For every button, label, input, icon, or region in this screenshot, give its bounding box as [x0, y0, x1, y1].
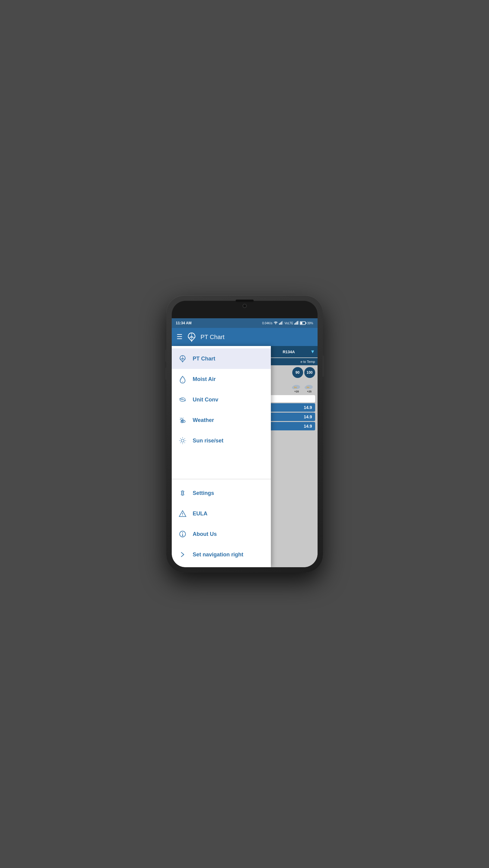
weather-box-1: 54 +20: [291, 381, 302, 393]
svg-point-25: [183, 377, 184, 378]
chevron-right-icon: [178, 550, 187, 559]
temp-buttons-row: 90 100: [265, 365, 317, 380]
refrigerant-name: R134A: [283, 350, 295, 354]
signal-icon: [279, 321, 283, 325]
value-2: 14.9: [267, 412, 315, 421]
svg-text:kg: kg: [181, 398, 182, 399]
battery-percent: 39%: [307, 321, 313, 325]
wifi-icon: [273, 321, 278, 325]
refrigerant-header[interactable]: R134A ▼: [265, 346, 317, 358]
battery-icon: 39%: [300, 321, 313, 325]
svg-point-52: [182, 532, 183, 533]
network-speed: 0.04K/s: [262, 321, 272, 325]
value-3: 14.9: [267, 422, 315, 430]
svg-rect-4: [294, 323, 295, 324]
speaker: [236, 300, 254, 302]
svg-point-18: [310, 382, 314, 385]
input-field[interactable]: [267, 395, 315, 402]
volume-down-button[interactable]: [165, 368, 167, 380]
app-logo: [186, 332, 197, 342]
weather-label-2: +25: [307, 390, 312, 393]
chart-icon: [178, 354, 187, 364]
warning-icon: [178, 509, 187, 518]
svg-point-38: [181, 439, 184, 442]
main-content: R134A ▼ e to Temp 90 100: [172, 346, 318, 567]
hamburger-menu-button[interactable]: ☰: [176, 333, 183, 341]
svg-text:54: 54: [294, 386, 296, 389]
phone-screen: 11:34 AM 0.04K/s: [172, 301, 318, 567]
background-content: R134A ▼ e to Temp 90 100: [265, 346, 317, 567]
drawer-item-sun-rise[interactable]: Sun rise/set: [172, 430, 271, 451]
units-icon: kg km lb: [178, 395, 187, 404]
status-time: 11:34 AM: [176, 321, 192, 325]
phone-device: 11:34 AM 0.04K/s: [166, 296, 323, 572]
svg-rect-5: [296, 322, 296, 324]
row-header: e to Temp: [265, 358, 317, 365]
svg-rect-9: [300, 322, 302, 324]
svg-rect-10: [305, 322, 306, 324]
pt-chart-label: PT Chart: [193, 355, 216, 362]
carrier-name: VoLTE: [285, 321, 293, 325]
status-indicators: 0.04K/s: [262, 321, 313, 325]
weather-label: Weather: [193, 417, 214, 424]
app-title: PT Chart: [201, 334, 225, 341]
weather-label-1: +20: [294, 390, 299, 393]
cloud-sun-icon-1: 54: [291, 381, 302, 390]
sun-icon: [178, 436, 187, 445]
power-button[interactable]: [322, 355, 324, 377]
status-bar: 11:34 AM 0.04K/s: [172, 318, 318, 328]
svg-rect-3: [282, 321, 283, 324]
svg-point-50: [182, 515, 183, 516]
moist-air-label: Moist Air: [193, 376, 216, 382]
drawer-nav-items: PT Chart: [172, 346, 271, 478]
screen-content: 11:34 AM 0.04K/s: [172, 318, 318, 567]
drop-icon: [178, 374, 187, 384]
svg-line-33: [180, 418, 180, 418]
svg-rect-0: [279, 323, 280, 324]
drawer-divider: [172, 479, 271, 479]
gear-icon: [178, 488, 187, 498]
info-icon: [178, 529, 187, 539]
volume-up-button[interactable]: [165, 350, 167, 362]
drawer-item-about[interactable]: About Us: [172, 524, 271, 544]
svg-line-45: [180, 442, 181, 443]
drawer-item-settings[interactable]: Settings: [172, 483, 271, 503]
sun-rise-label: Sun rise/set: [193, 438, 224, 444]
cloud-sun-icon-2: 54: [304, 381, 315, 390]
temp-button-100[interactable]: 100: [304, 367, 315, 378]
svg-rect-6: [296, 321, 297, 324]
drawer-bottom-items: Settings EULA: [172, 480, 271, 567]
drawer-item-moist-air[interactable]: Moist Air: [172, 369, 271, 390]
dropdown-arrow-icon: ▼: [310, 349, 315, 354]
drawer-item-eula[interactable]: EULA: [172, 503, 271, 524]
drawer-item-pt-chart[interactable]: PT Chart: [172, 348, 271, 369]
svg-rect-2: [281, 321, 282, 324]
navigation-drawer: PT Chart: [172, 346, 271, 567]
app-bar: ☰ PT Chart: [172, 328, 318, 346]
svg-rect-7: [298, 321, 299, 324]
settings-label: Settings: [193, 490, 214, 496]
svg-rect-1: [280, 322, 281, 324]
eula-label: EULA: [193, 510, 207, 517]
drawer-item-weather[interactable]: Weather: [172, 410, 271, 430]
unit-conv-label: Unit Conv: [193, 397, 219, 403]
drawer-item-unit-conv[interactable]: kg km lb Unit Conv: [172, 390, 271, 410]
drawer-item-set-nav[interactable]: Set navigation right: [172, 544, 271, 565]
value-1: 14.9: [267, 403, 315, 412]
set-nav-label: Set navigation right: [193, 552, 243, 558]
weather-icon: [178, 415, 187, 425]
signal2-icon: [294, 321, 299, 325]
weather-icons-row: 54 +20 54 +25: [265, 380, 317, 394]
weather-box-2: 54 +25: [304, 381, 315, 393]
svg-line-32: [183, 418, 183, 418]
svg-point-14: [297, 382, 301, 385]
temp-button-90[interactable]: 90: [292, 367, 303, 378]
camera: [242, 304, 247, 308]
svg-text:54: 54: [306, 386, 309, 389]
about-us-label: About Us: [193, 531, 217, 537]
